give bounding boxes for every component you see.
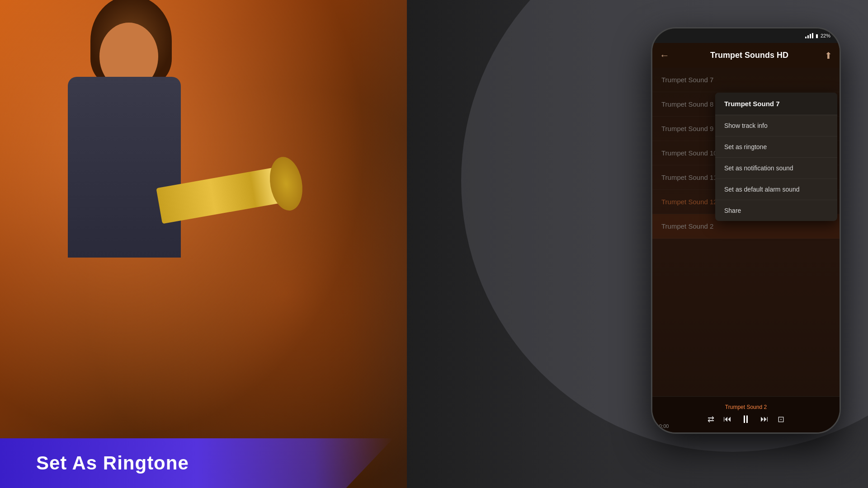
battery-icon: ▮ [816, 33, 818, 39]
share-icon[interactable]: ⬆ [825, 50, 832, 61]
context-menu-overlay[interactable]: Trumpet Sound 7 Show track info Set as r… [652, 68, 840, 396]
player-track-name: Trumpet Sound 2 [725, 404, 767, 410]
bottom-banner: Set As Ringtone [0, 438, 393, 488]
shuffle-button[interactable]: ⇄ [708, 414, 714, 424]
banner-text: Set As Ringtone [36, 452, 189, 474]
signal-bar-3 [810, 34, 811, 38]
prev-button[interactable]: ⏮ [723, 414, 731, 424]
next-button[interactable]: ⏭ [760, 414, 769, 424]
play-pause-button[interactable]: ⏸ [741, 413, 751, 426]
signal-bars-icon [805, 33, 813, 38]
signal-bar-4 [812, 33, 813, 38]
player-time: 0:00 [659, 423, 669, 429]
signal-bar-1 [805, 37, 807, 38]
body [68, 77, 181, 258]
repeat-button[interactable]: ⊡ [778, 414, 784, 424]
signal-bar-2 [807, 35, 809, 38]
phone-frame: ▮ 22% ← Trumpet Sounds HD ⬆ Trumpet Soun… [651, 27, 841, 434]
player-bar: Trumpet Sound 2 ⇄ ⏮ ⏸ ⏭ ⊡ 0:00 [652, 396, 840, 432]
status-icons: ▮ 22% [805, 33, 830, 39]
battery-percentage: 22% [821, 33, 830, 38]
context-menu-title: Trumpet Sound 7 [715, 93, 837, 115]
person-silhouette [23, 0, 249, 438]
app-screen: ← Trumpet Sounds HD ⬆ Trumpet Sound 7 Tr… [652, 43, 840, 432]
app-topbar: ← Trumpet Sounds HD ⬆ [652, 43, 840, 68]
context-menu-set-alarm[interactable]: Set as default alarm sound [715, 179, 837, 200]
context-menu-set-ringtone[interactable]: Set as ringtone [715, 136, 837, 158]
phone-mockup: ▮ 22% ← Trumpet Sounds HD ⬆ Trumpet Soun… [651, 27, 841, 434]
back-button[interactable]: ← [660, 50, 670, 61]
player-controls: ⇄ ⏮ ⏸ ⏭ ⊡ [708, 413, 784, 426]
context-menu: Trumpet Sound 7 Show track info Set as r… [715, 93, 837, 221]
context-menu-set-notification[interactable]: Set as notification sound [715, 158, 837, 179]
app-title: Trumpet Sounds HD [674, 51, 825, 60]
context-menu-show-track-info[interactable]: Show track info [715, 115, 837, 136]
context-menu-share[interactable]: Share [715, 200, 837, 221]
phone-notch [712, 28, 780, 42]
